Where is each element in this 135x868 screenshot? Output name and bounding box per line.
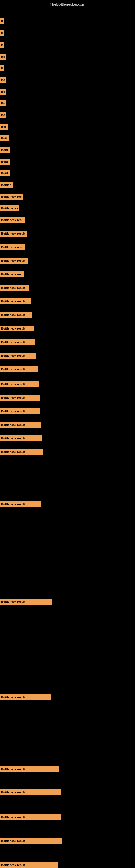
bar-label: Bottl <box>0 147 10 153</box>
bar-row: B <box>0 65 4 72</box>
bar-row: Bottleneck result <box>0 789 61 796</box>
bar-label: Bottleneck result <box>0 789 61 795</box>
bar-row: Bottleneck result <box>0 838 62 845</box>
bar-label: Bo <box>0 112 6 118</box>
bar-row: B <box>0 18 4 25</box>
bar-label: Bo <box>0 100 6 106</box>
bar-label: Bottleneck resu <box>0 217 25 223</box>
bar-row: Bo <box>0 54 6 61</box>
bar-row: Bottleneck result <box>0 395 40 402</box>
bar-label: Bottleneck result <box>0 694 51 701</box>
bar-row: Bottleneck result <box>0 352 37 360</box>
bar-row: Bottleneck result <box>0 862 58 868</box>
bar-label: Bottleneck r <box>0 205 19 211</box>
bar-label: Bott <box>0 135 9 141</box>
bar-label: Bottleneck result <box>0 838 62 844</box>
bar-label: Bottleneck result <box>0 395 40 401</box>
bar-row: Bottleneck resu <box>0 217 25 224</box>
bar-label: B <box>0 65 4 71</box>
bar-label: Bottleneck result <box>0 339 35 345</box>
bar-row: B <box>0 42 4 49</box>
bar-label: Bottleneck result <box>0 501 41 507</box>
bar-row: Bottleneck resu <box>0 244 25 251</box>
bar-row: Bo <box>0 100 6 107</box>
bar-label: Bottleneck result <box>0 599 52 604</box>
bar-row: Bottl <box>0 159 10 166</box>
bar-row: Bottleneck result <box>0 766 58 773</box>
bar-row: Bottleneck res <box>0 271 24 278</box>
bar-label: Bottleneck result <box>0 449 43 455</box>
bar-label: Bo <box>0 54 6 60</box>
bar-label: B <box>0 30 4 36</box>
bar-row: Bottl <box>0 147 10 154</box>
bar-label: B <box>0 18 4 24</box>
bar-row: Bottleneck result <box>0 299 31 305</box>
bar-row: Bo <box>0 77 6 84</box>
bar-row: Bottleneck result <box>0 258 28 265</box>
bar-row: Bottleneck result <box>0 312 32 319</box>
bar-label: Bottleneck result <box>0 366 38 372</box>
bar-label: Bottleneck resu <box>0 244 25 250</box>
bar-row: Bottleneck result <box>0 501 41 508</box>
bar-label: Bottleneck result <box>0 258 28 264</box>
bar-row: Bottleneck res <box>0 194 23 201</box>
site-title: TheBottlenecker.com <box>0 0 135 9</box>
bar-label: Bottleneck result <box>0 435 42 441</box>
bar-row: Bottleneck result <box>0 449 43 456</box>
bar-label: Bottleneck result <box>0 312 32 318</box>
bar-label: Bottleneck result <box>0 299 31 304</box>
bar-row: Bottleneck result <box>0 408 41 415</box>
bar-row: Bottleneck result <box>0 285 29 292</box>
bar-label: Bottleneck result <box>0 814 61 820</box>
bar-row: Bottleneck result <box>0 599 52 606</box>
bar-label: Bottleneck result <box>0 285 29 291</box>
bar-row: Bottleneck result <box>0 694 51 702</box>
bar-label: Bottlen <box>0 182 13 188</box>
bar-label: Bottleneck result <box>0 352 37 359</box>
bar-row: Bottl <box>0 170 10 177</box>
bar-label: Bottleneck result <box>0 326 34 332</box>
bar-row: Bottlen <box>0 182 13 189</box>
bar-label: Bo <box>0 77 6 83</box>
bar-row: Bo <box>0 89 6 96</box>
bar-label: Bottleneck result <box>0 230 27 237</box>
bar-label: Bottleneck res <box>0 271 24 277</box>
bar-label: Bottleneck result <box>0 381 39 387</box>
bar-row: Bottleneck result <box>0 435 42 442</box>
bar-label: Bottleneck result <box>0 422 41 428</box>
bar-row: Bottleneck result <box>0 422 41 429</box>
bar-row: Bott <box>0 135 9 143</box>
bar-label: Bo <box>0 89 6 95</box>
bar-label: Bottl <box>0 159 10 165</box>
bar-label: Bot <box>0 124 8 130</box>
bar-row: B <box>0 30 4 37</box>
bar-label: Bottl <box>0 170 10 176</box>
bar-label: Bottleneck res <box>0 194 23 199</box>
bar-row: Bottleneck result <box>0 230 27 238</box>
bar-row: Bottleneck result <box>0 326 34 333</box>
bar-row: Bot <box>0 124 8 131</box>
bar-row: Bottleneck r <box>0 205 19 212</box>
bar-label: Bottleneck result <box>0 408 41 414</box>
bar-row: Bottleneck result <box>0 366 38 373</box>
bar-label: B <box>0 42 4 48</box>
bar-row: Bottleneck result <box>0 814 61 822</box>
bar-label: Bottleneck result <box>0 862 58 868</box>
bar-label: Bottleneck result <box>0 766 58 772</box>
bar-row: Bottleneck result <box>0 339 35 346</box>
bar-row: Bo <box>0 112 6 119</box>
bar-row: Bottleneck result <box>0 381 39 388</box>
